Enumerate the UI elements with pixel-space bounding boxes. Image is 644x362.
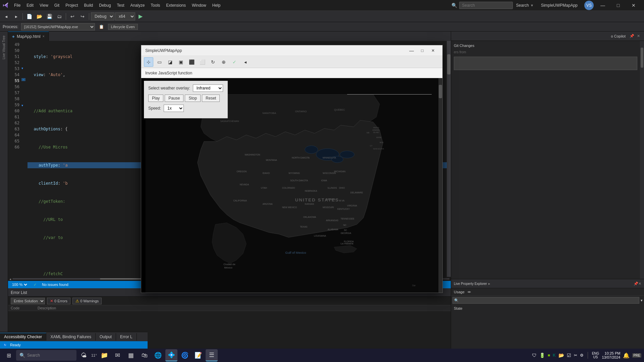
toolbar-open[interactable]: 📂 [35,12,44,21]
mail-app[interactable]: ✉ [112,349,124,361]
apps-btn[interactable]: ▦ [125,349,137,361]
frame-tool-btn[interactable]: ▭ [155,57,164,67]
highlight-tool-btn[interactable]: ⬛ [187,57,196,67]
toolbar-save[interactable]: 💾 [45,12,54,21]
start-button[interactable]: ⊞ [3,349,15,361]
reset-button[interactable]: Reset [202,95,220,102]
map-scrollbar[interactable] [438,78,442,293]
tab-close-button[interactable]: × [43,35,45,38]
refresh-tool-btn[interactable]: ↻ [208,57,218,67]
dialog-close[interactable]: ✕ [428,45,438,56]
store-app[interactable]: 🛍 [139,349,151,361]
cursor-tool-btn[interactable]: ⊹ [144,57,153,67]
warnings-badge[interactable]: ⚠ 0 Warnings [72,298,102,304]
error-filter-select[interactable]: Entire Solution [11,298,45,304]
menu-project[interactable]: Project [63,2,80,9]
dialog-content[interactable]: Gulf of Mexico La Habana Ciudad de Méxic… [141,78,442,293]
back-tool-btn[interactable]: ◂ [240,57,250,67]
panel-pin-btn[interactable]: 📌 [630,34,634,38]
menu-view[interactable]: View [37,2,51,9]
clock: 10:25 PM 13/07/2024 [602,351,620,359]
toolbar-back[interactable]: ◂ [1,12,11,21]
accessibility-checker-tab[interactable]: Accessibility Checker [0,333,46,341]
notification-icon[interactable]: 🔔 [623,352,630,359]
system-tray: 🛡 🔋 ■ K 📂 ☑ ✂ ⚙ ENGUS 10:25 PM 13/07/202… [532,351,641,359]
vs-icon: ⚙ [580,353,584,358]
check-tool-btn[interactable]: ✓ [230,57,239,67]
scrollbar-thumb[interactable] [447,54,450,74]
process-dropdown[interactable]: [16152] SimpleUWPMapApp.exe [21,23,95,31]
menu-build[interactable]: Build [82,2,96,9]
toolbar-undo[interactable]: ↩ [68,12,77,21]
panel-close-btn[interactable]: ✕ [637,34,640,38]
uwp-app[interactable]: ☰ [206,349,218,361]
toolbar-new[interactable]: 📄 [24,12,34,21]
svg-text:ISLAND: ISLAND [373,132,379,133]
notepad-app[interactable]: 📝 [192,349,204,361]
debug-config-dropdown[interactable]: Debug [91,12,114,20]
dialog-maximize[interactable]: □ [417,45,428,56]
files-app[interactable]: 📁 [98,349,110,361]
properties-search-input[interactable] [452,297,639,304]
error-list-tab[interactable]: Error L [116,333,137,341]
toolbar-redo[interactable]: ↪ [78,12,87,21]
zoom-select[interactable]: 100 % [11,282,28,287]
title-avatar-icon: VS [584,1,594,10]
lifecycle-button[interactable]: Lifecycle Even [108,24,138,30]
editor-tab-mapapp[interactable]: ◈ MapApp.html × [8,32,49,41]
time-display: 10:25 PM [602,351,620,355]
shield-icon: 🛡 [532,353,537,358]
menu-help[interactable]: Help [210,2,223,9]
platform-dropdown[interactable]: x64 [115,12,135,20]
menu-test[interactable]: Test [114,2,127,9]
play-button[interactable]: Play [148,95,163,102]
pause-button[interactable]: Pause [165,95,183,102]
menu-extensions[interactable]: Extensions [163,2,189,9]
select-tool-btn[interactable]: ◪ [165,57,175,67]
code-vertical-scrollbar[interactable] [447,41,451,277]
overlay-dropdown[interactable]: Infrared Visible Radar [193,84,223,92]
scroll-left-icon[interactable]: ◂ [9,277,11,281]
menu-file[interactable]: File [11,2,23,9]
usage-expand-btn[interactable]: ▸ [488,282,490,286]
usage-close-btn[interactable]: ✕ [638,282,641,286]
usage-label: Live Property Explorer [454,282,487,286]
edge-app[interactable]: 🌐 [152,349,164,361]
box-tool-btn[interactable]: ▣ [176,57,185,67]
toolbar-save-all[interactable]: 🗂 [55,12,64,21]
svg-text:WYOMING: WYOMING [288,172,300,174]
highlight2-tool-btn[interactable]: ⬜ [198,57,207,67]
menu-edit[interactable]: Edit [24,2,36,9]
right-scrollbar-thumb[interactable] [641,48,643,68]
add-tool-btn[interactable]: ⊕ [219,57,228,67]
browser-app[interactable]: 🌀 [179,349,191,361]
usage-arrow-btns[interactable]: ◂▸ [467,290,471,294]
toolbar-start[interactable]: ▶ [136,12,145,21]
menu-analyze[interactable]: Analyze [128,2,148,9]
weather-app[interactable]: 🌤 [78,349,90,361]
menu-window[interactable]: Window [189,2,209,9]
maximize-button[interactable]: □ [610,0,626,11]
errors-badge[interactable]: ✕ 0 Errors [47,298,70,304]
vs-code-app[interactable]: 💠 [165,349,177,361]
menu-tools[interactable]: Tools [148,2,163,9]
svg-text:MINNESOTA: MINNESOTA [323,157,336,159]
map-scrollbar-thumb[interactable] [439,85,442,98]
taskbar-search[interactable]: 🔍 Search [16,350,76,361]
live-visual-tree-label[interactable]: Live Visual Tree [1,33,6,62]
props-filter-btn[interactable]: ▾ [641,298,643,303]
speed-dropdown[interactable]: 1x 2x 0.5x [164,105,184,112]
menu-git[interactable]: Git [52,2,62,9]
right-scrollbar[interactable] [640,41,644,279]
minimize-button[interactable]: — [595,0,610,11]
stop-button[interactable]: Stop [185,95,201,102]
svg-text:LOUISIANA: LOUISIANA [314,235,326,237]
menu-debug[interactable]: Debug [96,2,113,9]
xaml-binding-tab[interactable]: XAML Binding Failures [46,333,96,341]
toolbar-forward[interactable]: ▸ [11,12,21,21]
dialog-minimize[interactable]: — [406,45,417,56]
usage-pin-btn[interactable]: 📌 [634,282,638,286]
search-input[interactable] [459,2,513,9]
close-button[interactable]: ✕ [626,0,641,11]
output-tab[interactable]: Output [96,333,116,341]
